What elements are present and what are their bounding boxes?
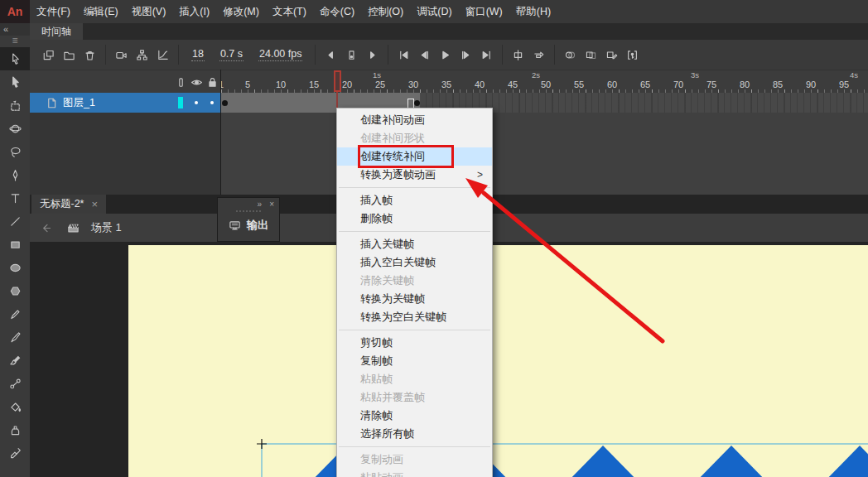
close-document-icon[interactable]: ×	[91, 198, 98, 210]
ink-bottle-tool[interactable]	[0, 418, 30, 441]
menu-item[interactable]: 插入关键帧	[337, 235, 492, 253]
subselection-tool[interactable]	[0, 70, 30, 94]
menu-item[interactable]: 删除帧	[337, 210, 492, 228]
toolbar-separator	[315, 45, 316, 65]
menu-item[interactable]: 转换为逐帧动画>	[337, 166, 492, 184]
onion-outlines-button[interactable]	[581, 45, 601, 65]
menu-item[interactable]: 转换为关键帧	[337, 290, 492, 308]
stage-canvas[interactable]	[128, 245, 868, 477]
menubar-item[interactable]: 修改(M)	[216, 0, 266, 23]
menubar-item[interactable]: 调试(D)	[410, 0, 458, 23]
new-layer-button[interactable]	[38, 45, 59, 65]
ruler-frame-number: 5	[239, 80, 257, 89]
layer-name-cell[interactable]: 图层_1	[30, 93, 220, 113]
scene-clapper-icon	[67, 222, 80, 234]
layer-lock-dot[interactable]	[210, 101, 214, 104]
menubar-item[interactable]: 文件(F)	[30, 0, 77, 23]
classic-brush-tool[interactable]	[0, 349, 30, 372]
loop-button[interactable]	[528, 45, 549, 65]
bone-tool[interactable]	[0, 372, 30, 395]
step-forward-button[interactable]	[362, 45, 383, 65]
go-last-button[interactable]	[476, 45, 497, 65]
center-frame-button[interactable]	[508, 45, 528, 65]
menu-item[interactable]: 选择所有帧	[337, 425, 492, 443]
menu-item[interactable]: 插入帧	[337, 191, 492, 210]
paint-brush-tool[interactable]	[0, 325, 30, 349]
lock-icon[interactable]	[206, 76, 219, 89]
menu-item[interactable]: 创建补间动画	[337, 111, 492, 129]
timeline-ruler[interactable]: 1s2s3s4s15101520253035404550556065707580…	[30, 70, 868, 94]
toolbar-separator	[178, 45, 179, 65]
step-next-button[interactable]	[456, 45, 476, 65]
step-prev-button[interactable]	[414, 45, 435, 65]
menubar-item[interactable]: 窗口(W)	[459, 0, 509, 23]
rectangle-tool[interactable]	[0, 233, 30, 256]
document-tab[interactable]: 无标题-2* ×	[31, 195, 106, 214]
menu-item[interactable]: 清除帧	[337, 407, 492, 425]
panel-collapse-icon[interactable]: »	[258, 200, 263, 209]
rotation-tool[interactable]	[0, 117, 30, 140]
menubar-item[interactable]: 文本(T)	[266, 0, 313, 23]
current-frame-field[interactable]: 18	[191, 48, 205, 61]
menu-item: 清除关键帧	[337, 272, 492, 290]
panel-grip-icon[interactable]: ≡	[0, 36, 30, 47]
frame-ruler[interactable]: 1s2s3s4s15101520253035404550556065707580…	[221, 70, 868, 94]
polystar-tool[interactable]	[0, 279, 30, 302]
paint-bucket-tool[interactable]	[0, 395, 30, 418]
menubar-item[interactable]: 帮助(H)	[509, 0, 557, 23]
graph-editor-button[interactable]	[152, 45, 173, 65]
back-arrow-icon	[40, 222, 52, 234]
current-frame-button[interactable]	[341, 45, 362, 65]
pen-tool[interactable]	[0, 163, 30, 186]
end-keyframe-dot[interactable]	[414, 100, 420, 106]
eye-icon[interactable]	[190, 76, 203, 89]
frame-context-menu: 创建补间动画创建补间形状创建传统补间转换为逐帧动画>插入帧删除帧插入关键帧插入空…	[336, 108, 493, 477]
camera-button[interactable]	[111, 45, 132, 65]
menubar-item[interactable]: 编辑(E)	[77, 0, 125, 23]
selection-tool[interactable]	[0, 47, 30, 70]
free-transform-tool[interactable]	[0, 94, 30, 117]
outline-column-icon[interactable]	[175, 76, 187, 89]
ruler-frame-number: 75	[702, 80, 721, 89]
menubar-item[interactable]: 视图(V)	[125, 0, 173, 23]
step-back-button[interactable]	[321, 45, 341, 65]
lasso-tool[interactable]	[0, 140, 30, 163]
keyframe-dot[interactable]	[222, 100, 228, 106]
collapse-panel-icon[interactable]: «	[0, 23, 30, 36]
edit-multiple-frames-button[interactable]	[601, 45, 622, 65]
tab-timeline[interactable]: 时间轴	[30, 23, 83, 40]
pencil-tool[interactable]	[0, 302, 30, 325]
line-tool[interactable]	[0, 210, 30, 233]
menu-item[interactable]: 插入空白关键帧	[337, 253, 492, 272]
show-parenting-button[interactable]	[132, 45, 152, 65]
playhead[interactable]	[334, 70, 341, 92]
layer-outline-swatch[interactable]	[178, 97, 183, 108]
ruler-second-label: 3s	[686, 70, 704, 80]
menu-item[interactable]: 复制帧	[337, 352, 492, 370]
tools-panel: « ≡	[0, 23, 31, 477]
menu-item[interactable]: 剪切帧	[337, 334, 492, 352]
text-tool[interactable]	[0, 186, 30, 210]
play-button[interactable]	[435, 45, 456, 65]
oval-tool[interactable]	[0, 256, 30, 279]
layer-frames-strip[interactable]	[221, 93, 868, 113]
modify-markers-button[interactable]	[622, 45, 643, 65]
menu-item[interactable]: 转换为空白关键帧	[337, 308, 492, 326]
span-end-marker[interactable]	[407, 99, 414, 108]
output-panel-button[interactable]: 输出	[218, 218, 279, 233]
panel-close-icon[interactable]: ×	[269, 200, 274, 209]
eyedropper-tool[interactable]	[0, 441, 30, 465]
menubar-item[interactable]: 命令(C)	[313, 0, 361, 23]
panel-drag-grip[interactable]	[236, 210, 261, 212]
menubar-item[interactable]: 控制(O)	[361, 0, 410, 23]
new-folder-button[interactable]	[59, 45, 80, 65]
elapsed-time-field[interactable]: 0.7 s	[219, 48, 244, 61]
layer-visibility-dot[interactable]	[195, 101, 198, 104]
onion-skin-button[interactable]	[560, 45, 581, 65]
menubar-item[interactable]: 插入(I)	[172, 0, 216, 23]
go-first-button[interactable]	[393, 45, 414, 65]
delete-layer-button[interactable]	[80, 45, 100, 65]
layer-ops-group	[38, 45, 100, 65]
application-menubar: An 文件(F)编辑(E)视图(V)插入(I)修改(M)文本(T)命令(C)控制…	[0, 0, 868, 24]
frame-rate-field[interactable]: 24.00 fps	[258, 48, 302, 61]
